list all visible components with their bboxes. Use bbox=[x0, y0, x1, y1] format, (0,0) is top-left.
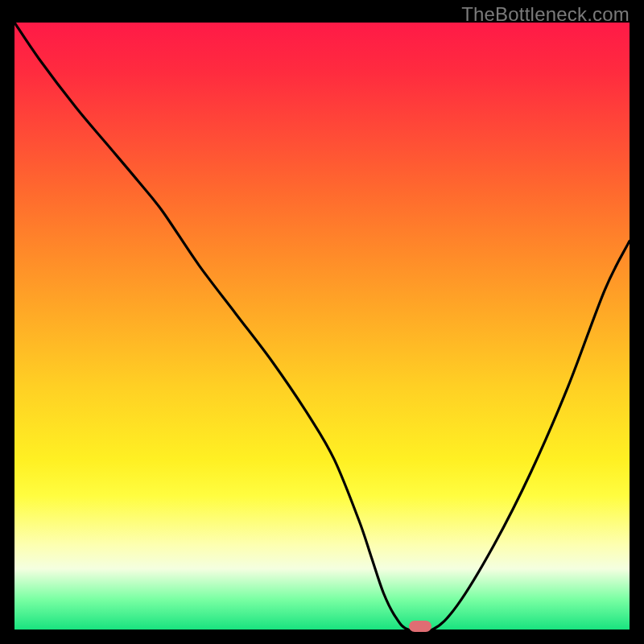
plot-area bbox=[14, 23, 630, 630]
chart-wrapper: TheBottleneck.com bbox=[0, 0, 644, 644]
bottleneck-curve-path bbox=[14, 23, 630, 630]
optimum-marker bbox=[409, 621, 431, 632]
curve-svg bbox=[14, 23, 630, 630]
